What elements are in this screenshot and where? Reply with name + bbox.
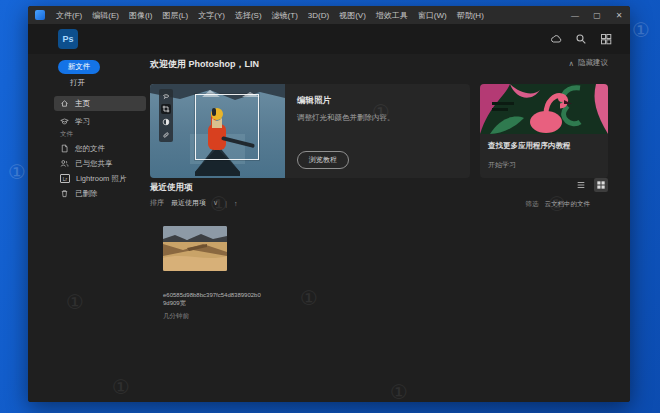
sidebar-item-lightroom[interactable]: Lr Lightroom 照片 xyxy=(54,171,146,186)
photoshop-window: 文件(F) 编辑(E) 图像(I) 图层(L) 文字(Y) 选择(S) 滤镜(T… xyxy=(28,6,630,402)
file-icon xyxy=(60,144,69,153)
sort-label: 排序 xyxy=(150,198,164,208)
watermark: ① xyxy=(632,18,650,42)
hide-suggestions-button[interactable]: ∧ 隐藏建议 xyxy=(569,58,609,68)
menu-image[interactable]: 图像(I) xyxy=(124,10,158,21)
grid-view-icon[interactable] xyxy=(594,178,608,192)
close-button[interactable]: ✕ xyxy=(608,11,630,20)
minimize-button[interactable]: — xyxy=(564,11,586,20)
canoe-photo xyxy=(150,84,285,178)
adjustments-icon[interactable] xyxy=(161,117,171,127)
lasso-tool-icon[interactable] xyxy=(161,91,171,101)
hero-card-description: 调整灯光和颜色并删除内容。 xyxy=(297,113,458,123)
hero-card-title: 编辑照片 xyxy=(297,95,458,107)
window-controls: — ▢ ✕ xyxy=(564,11,630,20)
sidebar-item-home[interactable]: 主页 xyxy=(54,96,146,111)
home-icon xyxy=(60,99,69,108)
menu-file[interactable]: 文件(F) xyxy=(51,10,87,21)
trash-icon xyxy=(60,189,69,198)
photoshop-logo: Ps xyxy=(58,29,78,49)
sidebar-item-label: 已删除 xyxy=(75,189,98,199)
sidebar-item-label: Lightroom 照片 xyxy=(76,174,126,184)
filter-label: 筛选 xyxy=(526,200,539,209)
sidebar-item-your-files[interactable]: 您的文件 xyxy=(54,141,146,156)
filter-dropdown[interactable]: 云文档中的文件 xyxy=(545,200,591,209)
recent-file-name: e60585d98b8bc397fc54d8389902b09d909宽 xyxy=(163,291,261,308)
new-file-button[interactable]: 新文件 xyxy=(58,60,100,74)
list-view-icon[interactable] xyxy=(574,178,588,192)
recent-file-timestamp: 几分钟前 xyxy=(163,312,263,321)
crop-tool-icon[interactable] xyxy=(161,104,171,114)
more-tutorials-card[interactable]: 查找更多应用程序内教程 开始学习 xyxy=(480,84,608,178)
healing-brush-icon[interactable] xyxy=(161,130,171,140)
sidebar-item-label: 主页 xyxy=(75,99,90,109)
flamingo-artwork xyxy=(480,84,608,134)
edit-photo-tutorial-card[interactable]: 编辑照片 调整灯光和颜色并删除内容。 浏览教程 xyxy=(150,84,470,178)
hide-suggestions-label: 隐藏建议 xyxy=(578,58,608,68)
chevron-down-icon[interactable]: ∨ xyxy=(213,199,218,207)
sidebar-item-label: 已与您共享 xyxy=(75,159,113,169)
sidebar-item-label: 您的文件 xyxy=(75,144,105,154)
menu-3d[interactable]: 3D(D) xyxy=(303,11,334,20)
sidebar-item-shared[interactable]: 已与您共享 xyxy=(54,156,146,171)
menu-filter[interactable]: 滤镜(T) xyxy=(267,10,303,21)
menu-edit[interactable]: 编辑(E) xyxy=(87,10,124,21)
caret-up-icon: ∧ xyxy=(569,59,575,68)
hero-card-text: 编辑照片 调整灯光和颜色并删除内容。 浏览教程 xyxy=(285,84,470,178)
lightroom-icon: Lr xyxy=(60,174,70,183)
browse-tutorial-button[interactable]: 浏览教程 xyxy=(297,151,349,169)
mini-toolbar xyxy=(159,89,173,142)
app-bar: Ps xyxy=(28,24,630,54)
sort-direction-button[interactable]: ↑ xyxy=(234,200,238,207)
graduation-cap-icon xyxy=(60,117,69,126)
menu-view[interactable]: 视图(V) xyxy=(334,10,371,21)
maximize-button[interactable]: ▢ xyxy=(586,11,608,20)
menu-window[interactable]: 窗口(W) xyxy=(413,10,452,21)
recent-section-heading: 最近使用项 xyxy=(150,182,193,194)
sort-dropdown[interactable]: 最近使用项 xyxy=(171,198,206,208)
desert-thumbnail xyxy=(163,226,227,271)
promo-card-title: 查找更多应用程序内教程 xyxy=(488,141,600,151)
recent-file-card[interactable]: e60585d98b8bc397fc54d8389902b09d909宽 几分钟… xyxy=(163,226,263,321)
view-toggles xyxy=(574,178,608,192)
menu-type[interactable]: 文字(Y) xyxy=(193,10,230,21)
shared-user-icon xyxy=(60,159,69,168)
divider: | xyxy=(225,200,227,207)
apps-grid-icon[interactable] xyxy=(600,33,612,45)
menu-select[interactable]: 选择(S) xyxy=(230,10,267,21)
home-screen: 新文件 打开 主页 学习 文件 您的文件 xyxy=(28,54,630,402)
cloud-sync-icon[interactable] xyxy=(550,33,562,45)
sidebar-section-files: 文件 xyxy=(60,130,73,139)
sort-controls: 排序 最近使用项 ∨ | ↑ xyxy=(150,198,237,208)
welcome-heading: 欢迎使用 Photoshop，LIN xyxy=(150,58,259,71)
menu-bar: 文件(F) 编辑(E) 图像(I) 图层(L) 文字(Y) 选择(S) 滤镜(T… xyxy=(28,6,630,24)
search-icon[interactable] xyxy=(575,33,587,45)
open-button[interactable]: 打开 xyxy=(70,78,85,88)
sidebar-item-label: 学习 xyxy=(75,117,90,127)
crop-frame-overlay[interactable] xyxy=(195,94,259,160)
start-learning-link[interactable]: 开始学习 xyxy=(488,160,516,170)
watermark: ① xyxy=(8,160,26,184)
app-window-icon xyxy=(35,10,45,20)
sidebar-item-learn[interactable]: 学习 xyxy=(54,114,146,129)
filter-controls: 筛选 云文档中的文件 xyxy=(526,200,591,209)
menu-plugins[interactable]: 增效工具 xyxy=(371,10,413,21)
menu-help[interactable]: 帮助(H) xyxy=(452,10,489,21)
menu-layer[interactable]: 图层(L) xyxy=(157,10,193,21)
sidebar-item-deleted[interactable]: 已删除 xyxy=(54,186,146,201)
